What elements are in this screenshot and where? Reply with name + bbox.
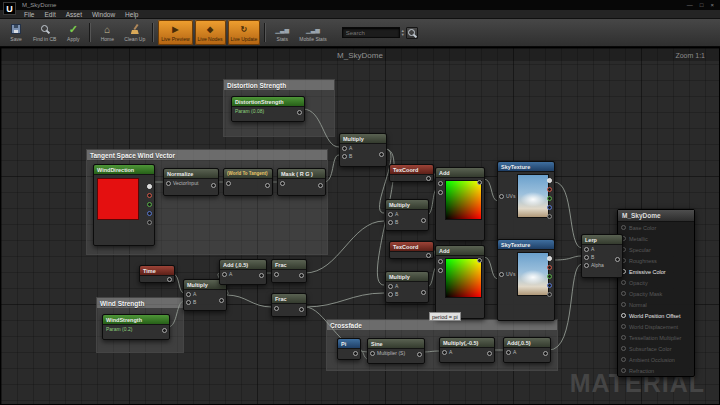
- output-pin[interactable]: [477, 180, 482, 185]
- live-update-toggle[interactable]: ↻ Live Update: [228, 20, 261, 45]
- input-pin-b[interactable]: [438, 268, 443, 273]
- spin-down-icon[interactable]: ▼: [401, 33, 405, 37]
- input-pin-a[interactable]: [584, 247, 589, 252]
- input-pin[interactable]: [274, 272, 279, 277]
- comment-title[interactable]: Tangent Space Wind Vector: [87, 150, 327, 160]
- input-pin[interactable]: [621, 324, 626, 329]
- input-pin-a[interactable]: [186, 292, 191, 297]
- output-pin-a[interactable]: [147, 220, 152, 225]
- input-pin[interactable]: [166, 181, 171, 186]
- output-pin[interactable]: [421, 290, 426, 295]
- input-pin[interactable]: [621, 302, 626, 307]
- node-multiply-pan-top[interactable]: Multiply A B: [385, 199, 429, 231]
- input-pin-b[interactable]: [438, 190, 443, 195]
- output-pin-a[interactable]: [547, 292, 552, 297]
- output-pin[interactable]: [318, 183, 323, 188]
- output-pin[interactable]: [421, 218, 426, 223]
- output-pin-g[interactable]: [147, 202, 152, 207]
- home-button[interactable]: ⌂ Home: [95, 20, 119, 45]
- apply-button[interactable]: ✓ Apply: [61, 20, 85, 45]
- output-pin-g[interactable]: [547, 196, 552, 201]
- output-pin-g[interactable]: [547, 274, 552, 279]
- output-pin[interactable]: [379, 152, 384, 157]
- stats-button[interactable]: ▁▃▅ Stats: [270, 20, 294, 45]
- node-sky-texture-top[interactable]: SkyTexture UVs: [497, 161, 555, 243]
- live-preview-toggle[interactable]: ▶ Live Preview: [158, 20, 192, 45]
- node-add-uv-bottom[interactable]: Add: [435, 245, 485, 319]
- input-pin-a[interactable]: [438, 181, 443, 186]
- menu-asset[interactable]: Asset: [66, 11, 82, 18]
- node-multiply-neg-half[interactable]: Multiply(,-0.5) A: [439, 337, 495, 363]
- output-pin[interactable]: [426, 253, 431, 258]
- output-pin-b[interactable]: [547, 283, 552, 288]
- input-pin[interactable]: [280, 181, 285, 186]
- input-pin-uvs[interactable]: [499, 272, 504, 277]
- input-pin-a[interactable]: [506, 350, 511, 355]
- input-pin-b[interactable]: [342, 154, 347, 159]
- input-pin[interactable]: [621, 313, 626, 318]
- input-pin-b[interactable]: [584, 255, 589, 260]
- input-pin-a[interactable]: [438, 259, 443, 264]
- node-multiply-pan-bottom[interactable]: Multiply A B: [385, 271, 429, 303]
- output-pin[interactable]: [426, 176, 431, 181]
- output-pin[interactable]: [265, 183, 270, 188]
- input-pin[interactable]: [621, 291, 626, 296]
- node-sine[interactable]: Sine Multiplier (S): [367, 338, 425, 364]
- node-material-result[interactable]: M_SkyDome Base Color Metallic Specular R…: [617, 209, 695, 377]
- find-in-cb-button[interactable]: Find in CB: [30, 20, 59, 45]
- comment-title[interactable]: Crossfade: [327, 320, 557, 330]
- node-frac-top[interactable]: Frac: [271, 259, 307, 283]
- input-pin-a[interactable]: [222, 272, 227, 277]
- search-input[interactable]: [342, 27, 400, 38]
- input-pin[interactable]: [621, 357, 626, 362]
- node-wind-strength-param[interactable]: WindStrength Param (0.2): [102, 314, 170, 340]
- input-pin[interactable]: [621, 280, 626, 285]
- minimize-button[interactable]: —: [687, 2, 693, 8]
- output-pin-rgba[interactable]: [147, 184, 152, 189]
- output-pin[interactable]: [487, 351, 492, 356]
- input-pin-a[interactable]: [388, 212, 393, 217]
- output-pin[interactable]: [615, 257, 620, 262]
- node-lerp[interactable]: Lerp A B Alpha: [581, 234, 623, 278]
- save-button[interactable]: Save: [4, 20, 28, 45]
- input-pin[interactable]: [621, 225, 626, 230]
- graph-canvas[interactable]: MATERIAL Distortion Strength: [0, 47, 720, 405]
- output-pin-a[interactable]: [547, 214, 552, 219]
- mobile-stats-button[interactable]: ▁▃▅ Mobile Stats: [296, 20, 330, 45]
- node-multiply-distortion[interactable]: Multiply A B: [339, 133, 387, 167]
- output-pin[interactable]: [477, 258, 482, 263]
- input-pin-multiplier[interactable]: [370, 351, 375, 356]
- node-wind-direction-param[interactable]: WindDirection: [93, 164, 155, 246]
- input-pin[interactable]: [274, 306, 279, 311]
- comment-title[interactable]: Wind Strength: [97, 298, 183, 308]
- output-pin-b[interactable]: [547, 205, 552, 210]
- output-pin[interactable]: [211, 183, 216, 188]
- output-pin-r[interactable]: [547, 265, 552, 270]
- output-pin[interactable]: [167, 277, 172, 282]
- input-pin[interactable]: [226, 181, 231, 186]
- input-pin-b[interactable]: [186, 300, 191, 305]
- menu-help[interactable]: Help: [125, 11, 138, 18]
- input-pin-a[interactable]: [342, 146, 347, 151]
- output-pin[interactable]: [417, 352, 422, 357]
- node-texcoord-bottom[interactable]: TexCoord: [389, 241, 434, 259]
- output-pin[interactable]: [297, 110, 302, 115]
- output-pin-r[interactable]: [147, 193, 152, 198]
- node-add-half-offset[interactable]: Add (,0.5) A: [219, 259, 267, 285]
- node-frac-bottom[interactable]: Frac: [271, 293, 307, 317]
- live-nodes-toggle[interactable]: ◆ Live Nodes: [195, 20, 226, 45]
- node-transform-world-to-tangent[interactable]: (World To Tangent): [223, 168, 273, 196]
- node-pi[interactable]: Pi: [337, 338, 361, 360]
- node-component-mask[interactable]: Mask ( R G ): [277, 168, 326, 196]
- input-pin-uvs[interactable]: [499, 194, 504, 199]
- node-texcoord-top[interactable]: TexCoord: [389, 164, 434, 182]
- menu-file[interactable]: File: [24, 11, 34, 18]
- menu-window[interactable]: Window: [92, 11, 115, 18]
- search-go-button[interactable]: [406, 27, 418, 39]
- input-pin-a[interactable]: [442, 350, 447, 355]
- output-pin[interactable]: [219, 298, 224, 303]
- node-distortion-strength-param[interactable]: DistortionStrength Param (0.08): [231, 96, 305, 122]
- node-time[interactable]: Time: [139, 265, 175, 283]
- node-add-half[interactable]: Add(,0.5) A: [503, 337, 551, 363]
- output-pin-rgb[interactable]: [547, 256, 552, 261]
